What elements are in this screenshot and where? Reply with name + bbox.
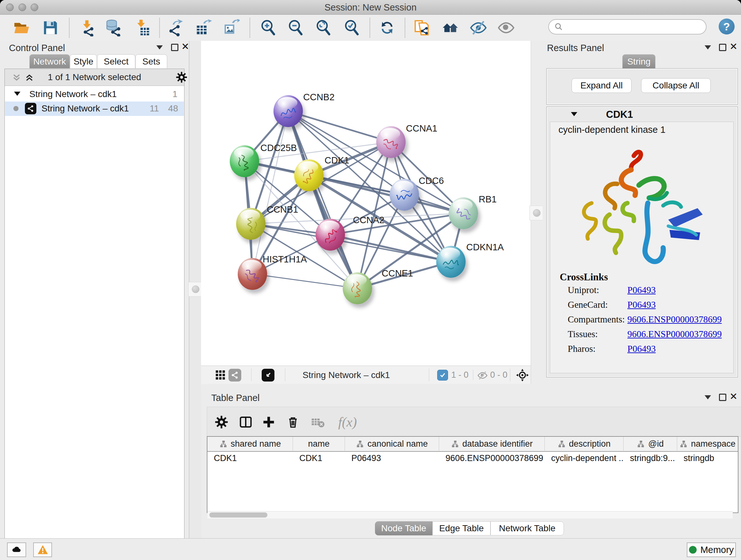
results-panel-maximize-icon[interactable] — [719, 44, 726, 51]
import-network-file-icon[interactable] — [78, 19, 96, 37]
cloud-status-button[interactable] — [7, 543, 26, 557]
import-network-database-icon[interactable] — [105, 19, 122, 37]
table-cell[interactable]: stringdb:9... — [623, 452, 677, 464]
control-panel-float-icon[interactable] — [156, 45, 163, 50]
search-input[interactable] — [563, 22, 699, 32]
table-cell[interactable]: CDK1 — [293, 452, 345, 464]
refresh-layout-icon[interactable] — [378, 19, 396, 37]
birdseye-view-icon[interactable] — [262, 369, 274, 381]
network-edge[interactable] — [330, 235, 451, 262]
network-node-ccna1[interactable] — [376, 126, 406, 158]
network-node-cdk1[interactable] — [294, 159, 324, 191]
table-cell[interactable]: CDK1 — [207, 452, 293, 464]
table-cell[interactable]: P06493 — [345, 452, 439, 464]
help-button[interactable]: ? — [719, 18, 735, 35]
save-session-icon[interactable] — [42, 19, 59, 37]
results-panel-float-icon[interactable] — [704, 45, 711, 50]
fit-selected-crosshair-icon[interactable] — [516, 368, 529, 382]
divider-handle[interactable] — [529, 206, 544, 220]
scrollbar-thumb[interactable] — [209, 512, 267, 517]
control-panel-close-icon[interactable]: ✕ — [181, 44, 189, 50]
table-settings-gear-icon[interactable] — [213, 414, 229, 430]
tab-edge-table[interactable]: Edge Table — [432, 521, 490, 536]
network-node-cdc25b[interactable] — [230, 145, 259, 177]
node-label-cdc25b: CDC25B — [260, 143, 297, 153]
crosslink-link[interactable]: 9606.ENSP00000378699 — [627, 329, 722, 339]
hide-selected-icon[interactable] — [469, 19, 487, 37]
network-row-selected[interactable]: String Network – cdk1 11 48 — [5, 102, 184, 116]
export-image-icon[interactable] — [222, 19, 240, 37]
tab-network-table[interactable]: Network Table — [490, 521, 564, 536]
column-header-id[interactable]: @id — [623, 437, 677, 452]
export-table-icon[interactable] — [194, 19, 212, 37]
control-panel-maximize-icon[interactable] — [171, 44, 179, 51]
zoom-selected-icon[interactable] — [343, 19, 360, 37]
table-cell[interactable]: cyclin-dependent ... — [545, 452, 623, 464]
selected-nodes-checkbox[interactable] — [437, 370, 448, 381]
crosslink-link[interactable]: P06493 — [627, 285, 656, 295]
panel-divider-left[interactable] — [189, 41, 201, 538]
crosslink-link[interactable]: 9606.ENSP00000378699 — [627, 314, 722, 325]
column-header-database-identifier[interactable]: database identifier — [439, 437, 545, 452]
export-network-icon[interactable] — [167, 19, 185, 37]
network-collection-row[interactable]: String Network – cdk1 1 — [5, 87, 184, 102]
column-header-canonical-name[interactable]: canonical name — [345, 437, 439, 452]
search-icon — [554, 22, 563, 32]
tree-expander-icon[interactable] — [14, 91, 20, 96]
column-header-namespace[interactable]: namespace — [677, 437, 738, 452]
table-panel-close-icon[interactable]: ✕ — [730, 393, 738, 400]
zoom-out-icon[interactable] — [286, 19, 305, 37]
network-node-cdc6[interactable] — [390, 179, 419, 211]
network-share-icon[interactable] — [228, 369, 241, 381]
panel-divider-right[interactable] — [531, 41, 543, 384]
grid-view-icon[interactable] — [215, 370, 226, 381]
table-panel-float-icon[interactable] — [704, 395, 711, 399]
toolbar-search-field[interactable] — [548, 19, 706, 35]
column-header-shared-name[interactable]: shared name — [207, 437, 293, 452]
tab-select[interactable]: Select — [97, 54, 135, 68]
table-cell[interactable]: 9606.ENSP00000378699 — [439, 452, 545, 464]
network-node-ccne1[interactable] — [343, 272, 372, 304]
network-edge[interactable] — [253, 111, 288, 274]
zoom-fit-icon[interactable] — [314, 19, 332, 37]
open-file-icon[interactable] — [12, 19, 30, 37]
first-neighbors-icon[interactable] — [441, 19, 459, 37]
protein-collapse-icon[interactable] — [571, 112, 577, 116]
new-network-from-selection-icon[interactable] — [413, 19, 431, 37]
network-node-ccnb1[interactable] — [236, 208, 266, 240]
tab-node-table[interactable]: Node Table — [375, 521, 432, 536]
expand-all-button[interactable]: Expand All — [571, 78, 631, 93]
attribute-type-icon — [356, 440, 364, 448]
network-node-rb1[interactable] — [449, 197, 478, 229]
column-header-name[interactable]: name — [293, 437, 345, 452]
table-cell[interactable]: stringdb — [677, 452, 738, 464]
tab-string[interactable]: String — [622, 54, 656, 68]
crosslink-link[interactable]: P06493 — [627, 344, 656, 354]
protein-header[interactable]: CDK1 — [547, 107, 738, 121]
show-all-icon[interactable] — [497, 19, 515, 37]
memory-button[interactable]: Memory — [687, 543, 736, 557]
results-panel-close-icon[interactable]: ✕ — [730, 44, 738, 50]
show-columns-icon[interactable] — [238, 414, 254, 430]
network-edge[interactable] — [288, 111, 391, 142]
collapse-all-button[interactable]: Collapse All — [641, 78, 711, 93]
import-table-file-icon[interactable] — [134, 19, 151, 37]
network-edge[interactable] — [253, 274, 357, 288]
crosslink-link[interactable]: P06493 — [627, 300, 656, 310]
add-column-icon[interactable] — [261, 414, 277, 430]
network-node-ccnb2[interactable] — [273, 95, 303, 127]
network-node-cdkn1a[interactable] — [436, 246, 466, 278]
network-canvas[interactable]: CCNB2 CCNA1 CDC25B CDK1 CDC6 RB1 CCNB1 C… — [201, 41, 531, 366]
network-node-ccna2[interactable] — [316, 219, 345, 251]
column-header-description[interactable]: description — [545, 437, 623, 452]
table-panel: Table Panel ✕ f(x) share — [207, 384, 741, 538]
tab-sets[interactable]: Sets — [135, 54, 167, 68]
network-options-gear-icon[interactable] — [176, 71, 187, 83]
zoom-in-icon[interactable] — [259, 19, 277, 37]
warnings-button[interactable] — [33, 543, 52, 557]
tab-style[interactable]: Style — [70, 54, 97, 68]
table-panel-maximize-icon[interactable] — [719, 394, 726, 401]
table-horizontal-scrollbar[interactable] — [207, 511, 733, 518]
delete-column-icon[interactable] — [285, 414, 301, 430]
tab-network[interactable]: Network — [29, 54, 70, 68]
